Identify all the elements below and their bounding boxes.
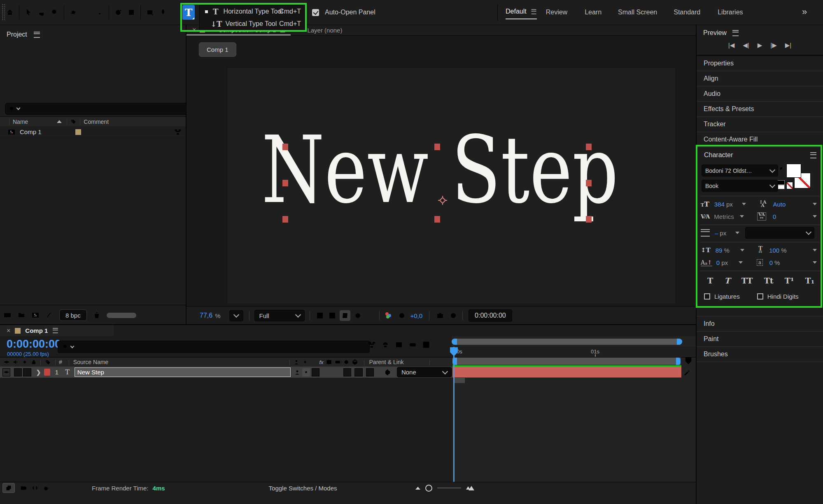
zoom-in-mountain-icon[interactable]	[466, 486, 474, 490]
timeline-tab-label[interactable]: Comp 1	[25, 327, 48, 334]
rectangle-tool-icon[interactable]	[146, 8, 154, 16]
toggle-switches-modes-button[interactable]: Toggle Switches / Modes	[269, 485, 337, 492]
threed-column-icon[interactable]	[352, 359, 358, 365]
eyedropper-icon[interactable]	[776, 166, 784, 174]
graph-editor-icon[interactable]	[422, 341, 430, 349]
parent-dropdown[interactable]: None	[397, 367, 452, 377]
baseline-shift-dropdown-icon[interactable]	[739, 261, 743, 264]
parent-link-column-label[interactable]: Parent & Link	[369, 359, 404, 365]
viewer-timecode[interactable]: 0:00:00:00	[469, 309, 512, 322]
preview-panel-title[interactable]: Preview	[703, 29, 727, 37]
selection-handle[interactable]	[282, 180, 288, 186]
delete-item-icon[interactable]	[93, 311, 101, 319]
superscript-button[interactable]: T¹	[785, 276, 794, 285]
lock-column-icon[interactable]	[30, 359, 37, 365]
quality-column-icon[interactable]	[310, 359, 317, 365]
orbit-camera-tool-icon[interactable]	[69, 8, 77, 16]
layer-expand-chevron[interactable]: ❯	[36, 369, 41, 376]
horizontal-scale-dropdown-icon[interactable]	[813, 249, 817, 251]
panel-tab-properties[interactable]: Properties	[697, 56, 823, 71]
workspace-tab-review[interactable]: Review	[546, 9, 567, 16]
tsume-value[interactable]: 0	[769, 259, 773, 266]
label-column-icon[interactable]	[45, 359, 51, 365]
new-folder-icon[interactable]	[17, 311, 26, 319]
audio-column-icon[interactable]	[12, 359, 19, 365]
layer-quality-switch[interactable]	[312, 368, 319, 376]
column-name[interactable]: Name	[13, 118, 28, 125]
mask-visibility-button[interactable]	[340, 310, 350, 321]
font-size-value[interactable]: 384	[714, 201, 725, 208]
timeline-search-input[interactable]	[58, 341, 370, 353]
workspace-tab-standard[interactable]: Standard	[674, 9, 700, 16]
selection-handle[interactable]	[586, 216, 592, 223]
font-size-dropdown-icon[interactable]	[742, 203, 746, 205]
zoom-tool-icon[interactable]	[51, 8, 59, 16]
panel-tab-brushes[interactable]: Brushes	[697, 347, 823, 362]
selection-handle[interactable]	[434, 216, 440, 223]
previous-frame-button[interactable]: ◀|	[743, 42, 749, 49]
guides-grid-icon[interactable]	[366, 311, 374, 320]
time-navigator[interactable]	[452, 339, 682, 345]
zoom-dropdown-button[interactable]	[229, 310, 243, 321]
first-frame-button[interactable]: |◀	[728, 42, 734, 49]
region-of-interest-icon[interactable]	[354, 311, 362, 320]
vertical-scale-dropdown-icon[interactable]	[740, 249, 744, 251]
workspace-tab-small-screen[interactable]: Small Screen	[618, 9, 657, 16]
workspace-tab-default[interactable]: Default	[506, 5, 537, 19]
close-icon[interactable]: ×	[192, 27, 196, 33]
home-icon[interactable]	[6, 8, 14, 16]
next-frame-button[interactable]: |▶	[770, 42, 776, 49]
item-label-color[interactable]	[75, 129, 81, 135]
frame-blending-icon[interactable]	[395, 341, 403, 349]
live-update-button[interactable]	[2, 483, 15, 493]
menu-item-horizontal-type-tool[interactable]: T Horizontal Type Tool Cmd+T	[200, 5, 305, 18]
work-area-bar[interactable]	[452, 358, 681, 365]
project-search-input[interactable]	[5, 103, 189, 115]
font-family-dropdown[interactable]: Bodoni 72 Oldst…	[702, 165, 778, 177]
anchor-point-icon[interactable]	[437, 195, 448, 206]
motion-blur-icon[interactable]	[408, 341, 417, 349]
all-caps-button[interactable]: TT	[741, 276, 753, 285]
close-icon[interactable]: ×	[7, 327, 10, 334]
frame-blend-column-icon[interactable]	[326, 359, 332, 365]
selection-handle[interactable]	[282, 216, 288, 223]
column-comment[interactable]: Comment	[84, 118, 109, 125]
fx-column-icon[interactable]: fx	[319, 359, 323, 365]
small-caps-button[interactable]: Tt	[764, 276, 774, 285]
selection-handle[interactable]	[586, 180, 592, 186]
type-tool-button[interactable]: T	[182, 5, 195, 20]
comp-mini-flowchart-icon[interactable]	[368, 341, 376, 349]
panel-tab-align[interactable]: Align	[697, 71, 823, 86]
project-item-name[interactable]: Comp 1	[20, 128, 42, 135]
navigator-left-handle[interactable]	[452, 339, 457, 345]
snapshot-icon[interactable]	[436, 311, 444, 320]
swap-fill-stroke-icon[interactable]	[803, 163, 810, 170]
font-style-dropdown[interactable]: Book	[702, 180, 778, 192]
exposure-icon[interactable]	[398, 311, 406, 320]
number-column-label[interactable]: #	[59, 359, 62, 365]
resolution-dropdown[interactable]: Full	[254, 310, 305, 321]
layer-audio-toggle[interactable]	[14, 368, 22, 376]
navigator-right-handle[interactable]	[677, 339, 682, 345]
panel-tab-content-aware-fill[interactable]: Content-Aware Fill	[697, 132, 823, 147]
timeline-tab-menu-icon[interactable]	[53, 328, 58, 333]
faux-bold-button[interactable]: T	[707, 276, 713, 285]
draft-3d-icon[interactable]	[381, 341, 389, 349]
panel-tab-info[interactable]: Info	[697, 316, 823, 332]
interpret-footage-icon[interactable]	[3, 311, 12, 319]
label-column-icon[interactable]	[70, 118, 77, 125]
timeline-tab[interactable]: × Comp 1	[0, 325, 114, 336]
hand-tool-icon[interactable]	[37, 8, 46, 16]
layer-marker-pen-icon[interactable]	[683, 368, 691, 376]
project-panel-menu-icon[interactable]	[34, 32, 40, 38]
layer-name-field[interactable]: New Step	[75, 367, 291, 377]
selection-handle[interactable]	[586, 144, 592, 150]
time-ruler[interactable]: 0s 01s	[452, 346, 696, 358]
fast-previews-icon[interactable]	[316, 311, 324, 320]
toolbar-drag-handle[interactable]	[2, 4, 5, 21]
expand-columns-icon[interactable]	[31, 484, 39, 492]
fill-color-swatch[interactable]	[786, 164, 801, 178]
layer-shy-switch[interactable]	[294, 369, 301, 376]
zoom-value[interactable]: 77,6	[200, 312, 212, 319]
leading-dropdown-icon[interactable]	[813, 203, 817, 205]
